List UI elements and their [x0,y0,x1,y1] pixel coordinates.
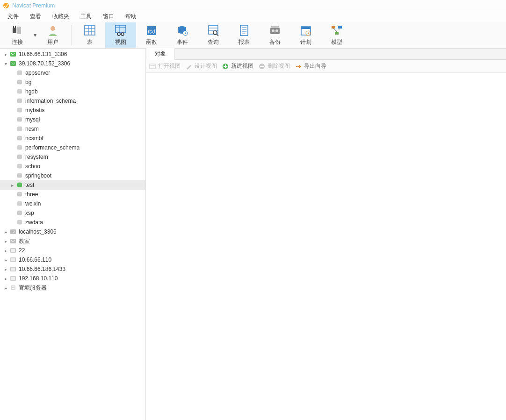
svg-rect-88 [11,258,15,261]
svg-rect-42 [332,26,335,28]
expander-icon[interactable]: ▸ [2,276,9,281]
connection-node[interactable]: ▸10.66.66.186,1433 [0,264,145,274]
connection-label: 教室 [19,237,30,245]
database-node[interactable]: bg [0,78,145,87]
toolbar-conn-button[interactable]: 连接 [2,22,33,48]
database-node[interactable]: ncsm [0,124,145,134]
tab-objects[interactable]: 对象 [146,48,175,60]
app-title: Navicat Premium [12,2,55,9]
expander-icon[interactable]: ▸ [2,267,9,272]
connection-node[interactable]: ▾39.108.70.152_3306 [0,59,145,68]
viewbar-new-label: 新建视图 [231,62,253,70]
connection-label: 39.108.70.152_3306 [19,60,70,67]
database-node[interactable]: resystem [0,152,145,162]
toolbar-event-button[interactable]: 事件 [167,22,198,48]
menu-help[interactable]: 帮助 [120,12,142,21]
plug-icon [10,23,24,37]
menu-file[interactable]: 文件 [2,12,24,21]
database-label: information_schema [25,98,76,104]
database-node[interactable]: appserver [0,68,145,78]
toolbar: 连接 ▾ 用户 表 视图 f(x) 函数 事件 [0,21,506,49]
database-label: zwdata [25,219,43,226]
database-node[interactable]: weixin [0,199,145,208]
connection-node[interactable]: ▸192.168.10.110 [0,274,145,283]
database-node[interactable]: schoo [0,162,145,171]
database-label: schoo [25,163,40,170]
menu-view[interactable]: 查看 [24,12,47,21]
database-icon [16,200,23,207]
viewbar-delete[interactable]: 删除视图 [258,62,290,70]
database-node[interactable]: mybatis [0,106,145,115]
toolbar-report-label: 报表 [239,38,250,46]
menu-tools[interactable]: 工具 [75,12,97,21]
connection-node[interactable]: ▸10.66.66.131_3306 [0,50,145,59]
database-node[interactable]: xsp [0,208,145,218]
toolbar-model-button[interactable]: 模型 [321,22,352,48]
database-label: hgdb [25,88,38,95]
connection-node[interactable]: ▸教室 [0,236,145,246]
expander-icon[interactable]: ▸ [2,52,9,57]
toolbar-func-button[interactable]: f(x) 函数 [136,22,167,48]
database-node[interactable]: ▸test [0,180,145,190]
connection-node[interactable]: ▸官塘服务器 [0,283,145,292]
database-node[interactable]: three [0,190,145,199]
toolbar-backup-button[interactable]: 备份 [260,22,290,48]
connection-tree: ▸10.66.66.131_3306▾39.108.70.152_3306app… [0,49,146,420]
svg-line-46 [337,28,340,32]
svg-point-5 [51,26,55,31]
menu-favorites[interactable]: 收藏夹 [47,12,75,21]
expander-icon[interactable]: ▾ [2,61,9,66]
expander-icon[interactable]: ▸ [2,229,9,235]
view-toolbar: 打开视图 设计视图 新建视图 删除视图 [146,60,506,73]
database-node[interactable]: zwdata [0,218,145,227]
viewbar-delete-label: 删除视图 [267,62,290,70]
database-label: performance_schema [25,144,80,151]
database-node[interactable]: hgdb [0,87,145,96]
database-icon [16,69,23,77]
expander-icon[interactable]: ▸ [2,285,9,291]
database-icon [16,107,23,114]
expander-icon[interactable]: ▸ [2,257,9,263]
toolbar-event-label: 事件 [177,38,188,46]
database-node[interactable]: information_schema [0,96,145,106]
toolbar-func-label: 函数 [146,38,157,46]
expander-icon[interactable]: ▸ [2,248,9,253]
connection-node[interactable]: ▸22 [0,246,145,255]
viewbar-open[interactable]: 打开视图 [149,62,181,70]
toolbar-table-button[interactable]: 表 [74,22,105,48]
expander-icon[interactable]: ▸ [2,239,9,244]
function-icon: f(x) [145,23,159,37]
svg-rect-4 [15,26,16,28]
viewbar-new[interactable]: 新建视图 [222,62,253,70]
database-node[interactable]: ncsmbf [0,134,145,143]
connection-node[interactable]: ▸localhost_3306 [0,227,145,236]
database-icon [16,181,23,189]
toolbar-report-button[interactable]: 报表 [229,22,260,48]
svg-rect-44 [335,32,339,35]
menu-window[interactable]: 窗口 [97,12,120,21]
database-icon [16,144,23,151]
database-node[interactable]: mysql [0,115,145,124]
toolbar-query-label: 查询 [208,38,219,46]
viewbar-export[interactable]: 导出向导 [295,62,326,70]
expander-icon[interactable]: ▸ [8,183,16,188]
toolbar-query-button[interactable]: 查询 [198,22,229,48]
export-icon [295,63,302,70]
toolbar-view-button[interactable]: 视图 [105,22,136,48]
viewbar-design[interactable]: 设计视图 [185,62,217,70]
toolbar-plan-button[interactable]: 计划 [290,22,321,48]
database-icon [16,153,23,161]
svg-point-34 [272,29,275,32]
query-icon [206,23,220,37]
database-icon [16,88,23,95]
svg-point-35 [275,29,278,32]
svg-rect-86 [11,249,15,252]
toolbar-conn-dropdown[interactable]: ▾ [33,22,37,48]
svg-line-45 [333,28,337,32]
database-node[interactable]: performance_schema [0,143,145,152]
connection-node[interactable]: ▸10.66.66.110 [0,255,145,264]
toolbar-user-button[interactable]: 用户 [37,22,68,48]
svg-rect-96 [150,64,155,69]
content-area: 对象 打开视图 设计视图 新建视图 [146,49,506,420]
database-node[interactable]: springboot [0,171,145,180]
